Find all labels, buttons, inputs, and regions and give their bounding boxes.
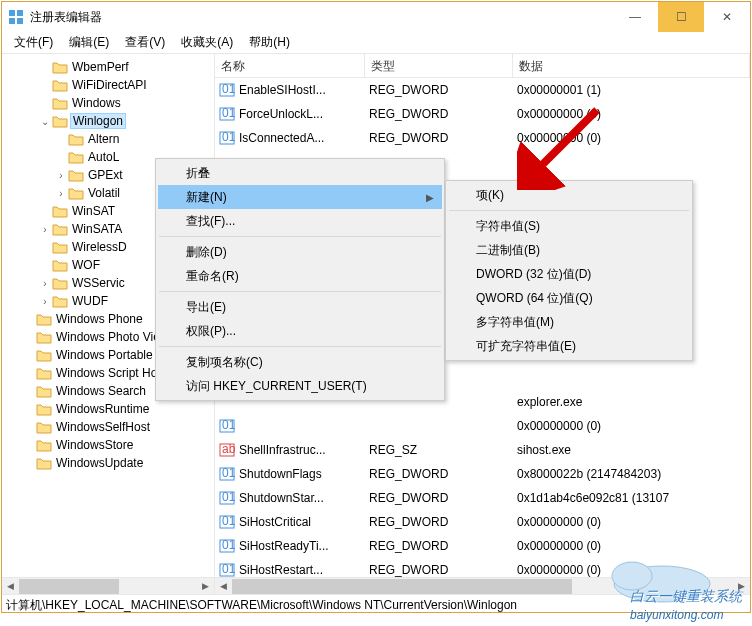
list-row[interactable]: 011ShutdownFlagsREG_DWORD0x8000022b (214…	[215, 462, 750, 486]
col-name[interactable]: 名称	[215, 54, 365, 77]
list-row[interactable]: 011ShutdownStar...REG_DWORD0x1d1ab4c6e09…	[215, 486, 750, 510]
tree-label: AutoL	[86, 150, 121, 164]
expand-icon[interactable]: ›	[54, 188, 68, 199]
tree-item[interactable]: Windows	[2, 94, 214, 112]
svg-text:ab: ab	[222, 442, 235, 456]
menu-item[interactable]: QWORD (64 位)值(Q)	[448, 286, 690, 310]
list-row[interactable]: 0110x00000000 (0)	[215, 414, 750, 438]
folder-icon	[68, 132, 84, 146]
folder-icon	[68, 186, 84, 200]
maximize-button[interactable]: ☐	[658, 2, 704, 32]
tree-item[interactable]: ⌄Winlogon	[2, 112, 214, 130]
menu-item[interactable]: 权限(P)...	[158, 319, 442, 343]
tree-label: Windows Script Host	[54, 366, 169, 380]
watermark-text: 白云一键重装系统baiyunxitong.com	[630, 588, 742, 622]
folder-icon	[36, 330, 52, 344]
tree-scrollbar-h[interactable]: ◀ ▶	[2, 577, 214, 594]
svg-text:011: 011	[222, 82, 235, 96]
expand-icon[interactable]: ›	[54, 170, 68, 181]
col-type[interactable]: 类型	[365, 54, 513, 77]
folder-icon	[36, 456, 52, 470]
tree-label: WSServic	[70, 276, 127, 290]
menu-item[interactable]: 重命名(R)	[158, 264, 442, 288]
list-row[interactable]: 011IsConnectedA...REG_DWORD0x00000000 (0…	[215, 126, 750, 150]
tree-label: Winlogon	[70, 113, 126, 129]
tree-label: WinSATA	[70, 222, 124, 236]
tree-item[interactable]: WindowsSelfHost	[2, 418, 214, 436]
menu-item[interactable]: 访问 HKEY_CURRENT_USER(T)	[158, 374, 442, 398]
menu-separator	[159, 291, 441, 292]
expand-icon[interactable]: ›	[38, 296, 52, 307]
menu-item[interactable]: 复制项名称(C)	[158, 350, 442, 374]
menu-item[interactable]: 帮助(H)	[241, 32, 298, 53]
expand-icon[interactable]: ›	[38, 278, 52, 289]
value-type: REG_DWORD	[365, 467, 513, 481]
menu-item[interactable]: 删除(D)	[158, 240, 442, 264]
tree-label: WindowsRuntime	[54, 402, 151, 416]
svg-rect-3	[17, 18, 23, 24]
tree-label: WbemPerf	[70, 60, 131, 74]
svg-text:011: 011	[222, 538, 235, 552]
menu-item[interactable]: 字符串值(S)	[448, 214, 690, 238]
menu-item[interactable]: 二进制值(B)	[448, 238, 690, 262]
binary-value-icon: 011	[219, 514, 237, 530]
binary-value-icon: 011	[219, 106, 237, 122]
svg-point-29	[612, 562, 652, 590]
tree-item[interactable]: WindowsStore	[2, 436, 214, 454]
folder-icon	[68, 150, 84, 164]
col-data[interactable]: 数据	[513, 54, 750, 77]
tree-item[interactable]: WindowsRuntime	[2, 400, 214, 418]
context-submenu-new[interactable]: 项(K)字符串值(S)二进制值(B)DWORD (32 位)值(D)QWORD …	[445, 180, 693, 361]
scroll-left-arrow[interactable]: ◀	[215, 578, 232, 595]
folder-icon	[52, 114, 68, 128]
folder-icon	[36, 438, 52, 452]
binary-value-icon: 011	[219, 130, 237, 146]
folder-icon	[36, 384, 52, 398]
value-name: 011SiHostCritical	[215, 514, 365, 530]
menu-item[interactable]: 编辑(E)	[61, 32, 117, 53]
scroll-thumb[interactable]	[19, 579, 119, 594]
value-name: 011ForceUnlockL...	[215, 106, 365, 122]
value-type: REG_DWORD	[365, 107, 513, 121]
expand-icon[interactable]: ⌄	[38, 116, 52, 127]
svg-text:011: 011	[222, 490, 235, 504]
scroll-left-arrow[interactable]: ◀	[2, 578, 19, 595]
menu-item[interactable]: 折叠	[158, 161, 442, 185]
svg-text:011: 011	[222, 130, 235, 144]
menu-item[interactable]: 查找(F)...	[158, 209, 442, 233]
menu-item[interactable]: 导出(E)	[158, 295, 442, 319]
value-data: 0x1d1ab4c6e092c81 (13107	[513, 491, 750, 505]
folder-icon	[68, 168, 84, 182]
tree-label: WirelessD	[70, 240, 129, 254]
tree-label: Altern	[86, 132, 121, 146]
menu-separator	[159, 236, 441, 237]
binary-value-icon: 011	[219, 418, 237, 434]
value-name: 011IsConnectedA...	[215, 130, 365, 146]
menu-item[interactable]: 可扩充字符串值(E)	[448, 334, 690, 358]
list-row[interactable]: abShellInfrastruc...REG_SZsihost.exe	[215, 438, 750, 462]
tree-item[interactable]: WbemPerf	[2, 58, 214, 76]
list-row[interactable]: 011EnableSIHostI...REG_DWORD0x00000001 (…	[215, 78, 750, 102]
value-data: explorer.exe	[513, 395, 750, 409]
list-row[interactable]: 011SiHostCriticalREG_DWORD0x00000000 (0)	[215, 510, 750, 534]
menu-item[interactable]: 查看(V)	[117, 32, 173, 53]
binary-value-icon: 011	[219, 466, 237, 482]
scroll-thumb[interactable]	[232, 579, 572, 594]
binary-value-icon: 011	[219, 538, 237, 554]
menu-item[interactable]: DWORD (32 位)值(D)	[448, 262, 690, 286]
close-button[interactable]: ✕	[704, 2, 750, 32]
tree-item[interactable]: WindowsUpdate	[2, 454, 214, 472]
svg-rect-2	[9, 18, 15, 24]
menu-item[interactable]: 收藏夹(A)	[173, 32, 241, 53]
scroll-right-arrow[interactable]: ▶	[197, 578, 214, 595]
binary-value-icon: 011	[219, 490, 237, 506]
minimize-button[interactable]: —	[612, 2, 658, 32]
tree-item[interactable]: WiFiDirectAPI	[2, 76, 214, 94]
menu-item[interactable]: 新建(N)▶	[158, 185, 442, 209]
list-row[interactable]: 011ForceUnlockL...REG_DWORD0x00000000 (0…	[215, 102, 750, 126]
menu-item[interactable]: 多字符串值(M)	[448, 310, 690, 334]
tree-item[interactable]: Altern	[2, 130, 214, 148]
context-menu[interactable]: 折叠新建(N)▶查找(F)...删除(D)重命名(R)导出(E)权限(P)...…	[155, 158, 445, 401]
menu-item[interactable]: 文件(F)	[6, 32, 61, 53]
expand-icon[interactable]: ›	[38, 224, 52, 235]
